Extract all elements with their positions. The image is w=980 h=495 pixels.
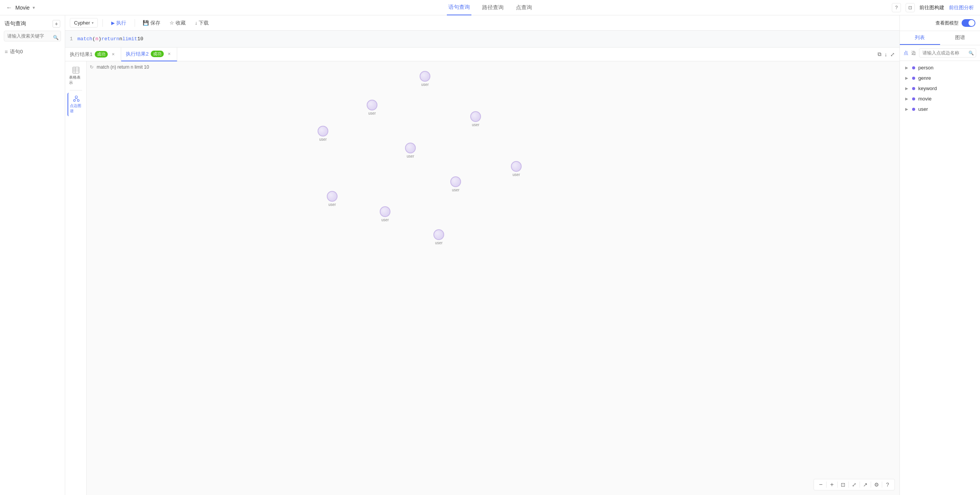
graph-node-3[interactable]: user	[470, 111, 481, 127]
expand-icon-user: ▶	[904, 107, 909, 112]
zoom-divider3	[848, 482, 849, 488]
graph-node-8[interactable]: user	[327, 191, 338, 207]
result2-close-icon[interactable]: ✕	[166, 51, 172, 57]
expand-icon-movie: ▶	[904, 97, 909, 101]
edge-search-tab[interactable]: 边	[911, 50, 916, 56]
zoom-fit-button[interactable]: ⊡	[839, 481, 847, 488]
node-label-1: user	[421, 82, 428, 87]
result-download-button[interactable]: ↓	[884, 51, 887, 58]
table-view-button[interactable]: 表格表示	[68, 64, 84, 88]
goto-build-button[interactable]: 前往图构建	[919, 4, 944, 11]
result-right-buttons: ⧉ ↓ ⤢	[878, 51, 899, 58]
save-icon: 💾	[143, 20, 149, 26]
toggle-switch[interactable]	[962, 19, 975, 27]
zoom-controls: − + ⊡ ⤢ ↗ ⚙	[814, 479, 895, 490]
query-info-text: match (n) return n limit 10	[97, 64, 149, 70]
query-paren-close: )	[98, 36, 101, 42]
entity-label-movie: movie	[918, 96, 932, 102]
query-toolbar: Cypher ▾ ▶ 执行 💾 保存 ☆ 收藏 ↓ 下载	[65, 15, 899, 31]
tab-sentence-query[interactable]: 语句查询	[447, 0, 471, 15]
entity-item-movie[interactable]: ▶ movie	[900, 94, 980, 104]
graph-node-5[interactable]: user	[405, 143, 416, 158]
cypher-button[interactable]: Cypher ▾	[70, 18, 98, 28]
entity-dot-person	[912, 66, 915, 69]
graph-node-6[interactable]: user	[511, 161, 522, 177]
sidebar-item-sentence0[interactable]: ≡ 语句0	[0, 46, 65, 58]
collect-button[interactable]: ☆ 收藏	[166, 18, 189, 28]
node-circle-3	[470, 111, 481, 122]
zoom-divider6	[882, 482, 882, 488]
zoom-divider1	[826, 482, 827, 488]
execute-button[interactable]: ▶ 执行	[107, 18, 130, 28]
graph-canvas[interactable]: ↻ match (n) return n limit 10 user user	[87, 61, 899, 495]
query-paren-open: (	[92, 36, 96, 42]
top-nav-tabs: 语句查询 路径查询 点查询	[447, 0, 534, 15]
entity-search-icon: 🔍	[968, 51, 974, 56]
result-tab-2[interactable]: 执行结果2 成功 ✕	[121, 48, 177, 61]
query-variable-n: n	[96, 36, 99, 42]
entity-item-genre[interactable]: ▶ genre	[900, 73, 980, 83]
result-copy-button[interactable]: ⧉	[878, 51, 881, 58]
zoom-plus-button[interactable]: +	[828, 481, 836, 488]
graph-icon	[73, 95, 80, 102]
results-area: 执行结果1 成功 ✕ 执行结果2 成功 ✕ ⧉ ↓ ⤢	[65, 48, 899, 495]
result-sidebar: 表格表示 点边图谱	[65, 61, 87, 495]
entity-dot-user	[912, 108, 915, 111]
graph-node-9[interactable]: user	[380, 206, 390, 222]
refresh-icon[interactable]: ↻	[90, 64, 94, 70]
save-button[interactable]: 💾 保存	[140, 18, 163, 28]
right-panel-search-tabs: 点 边	[904, 50, 916, 56]
query-return-keyword: return	[101, 36, 119, 42]
zoom-minus-button[interactable]: −	[817, 481, 825, 488]
query-editor[interactable]: 1 match ( n ) return n limit 10	[65, 31, 899, 48]
graph-node-1[interactable]: user	[420, 71, 430, 87]
table-icon	[72, 67, 79, 74]
zoom-expand-button[interactable]: ⤢	[850, 481, 858, 488]
result-fullscreen-button[interactable]: ⤢	[890, 51, 895, 58]
node-label-3: user	[472, 123, 479, 127]
graph-node-7[interactable]: user	[450, 176, 461, 192]
query-match-keyword: match	[77, 36, 92, 42]
goto-analysis-button[interactable]: 前往图分析	[949, 4, 974, 11]
result-tab-1[interactable]: 执行结果1 成功 ✕	[65, 48, 121, 61]
result1-close-icon[interactable]: ✕	[110, 51, 116, 58]
download-button[interactable]: ↓ 下载	[192, 18, 212, 28]
svg-line-7	[74, 98, 76, 100]
entity-search-input[interactable]	[919, 48, 976, 58]
sentence-icon: ≡	[5, 49, 8, 55]
sidebar-title: 语句查询	[5, 20, 26, 27]
zoom-settings-button[interactable]: ⚙	[873, 481, 880, 488]
graph-node-4[interactable]: user	[318, 126, 328, 141]
right-panel-search-row: 点 边 🔍	[900, 45, 980, 61]
entity-item-keyword[interactable]: ▶ keyword	[900, 83, 980, 94]
query-return-var: n	[119, 36, 122, 42]
graph-view-button[interactable]: 点边图谱	[68, 93, 84, 116]
collect-icon: ☆	[170, 20, 174, 26]
sidebar-add-button[interactable]: +	[53, 20, 60, 28]
graph-node-2[interactable]: user	[367, 100, 377, 115]
result1-badge: 成功	[95, 51, 108, 58]
help-icon-btn[interactable]: ?	[892, 3, 901, 12]
top-nav: ← Movie ▾ 语句查询 路径查询 点查询 ? ⊡ 前往图构建 前往图分析	[0, 0, 980, 15]
right-panel-tab-list[interactable]: 列表	[900, 31, 940, 45]
dropdown-icon[interactable]: ▾	[33, 5, 35, 10]
zoom-help-button[interactable]: ?	[884, 481, 891, 488]
zoom-pointer-button[interactable]: ↗	[861, 481, 869, 488]
fullscreen-icon-btn[interactable]: ⊡	[906, 3, 915, 12]
node-circle-5	[405, 143, 416, 153]
node-search-tab[interactable]: 点	[904, 50, 908, 56]
app-title: Movie	[15, 5, 30, 11]
tab-path-query[interactable]: 路径查询	[481, 0, 505, 15]
entity-dot-movie	[912, 97, 915, 100]
tab-point-query[interactable]: 点查询	[514, 0, 534, 15]
back-button[interactable]: ←	[6, 4, 12, 11]
right-panel-tab-legend[interactable]: 图谱	[940, 31, 980, 45]
query-limit-value: 10	[137, 36, 143, 42]
node-circle-10	[433, 229, 444, 240]
graph-node-10[interactable]: user	[433, 229, 444, 245]
result-content: 表格表示 点边图谱	[65, 61, 899, 495]
entity-item-user[interactable]: ▶ user	[900, 104, 980, 114]
entity-item-person[interactable]: ▶ person	[900, 62, 980, 73]
sidebar-search-input[interactable]	[4, 31, 61, 41]
sidebar: 语句查询 + 🔍 ≡ 语句0	[0, 15, 65, 495]
